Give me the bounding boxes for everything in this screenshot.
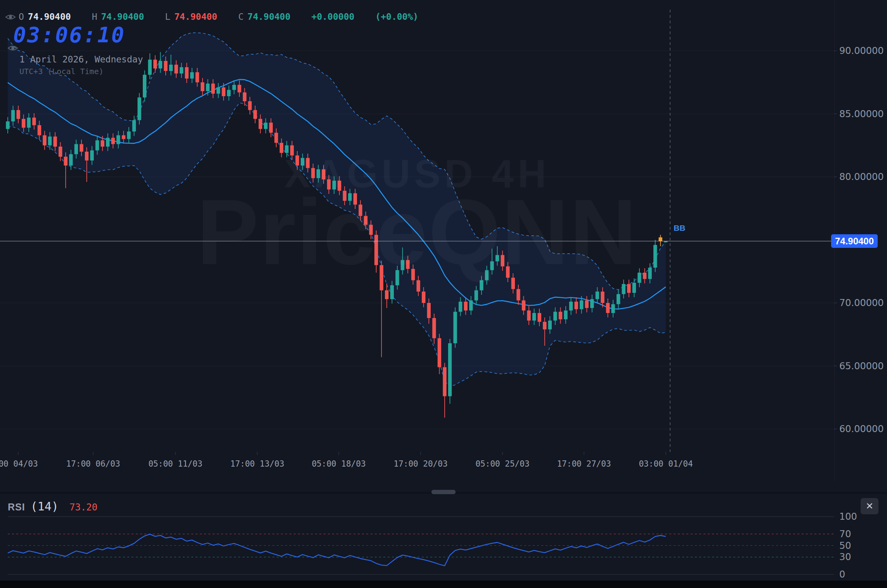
high-value: 74.90400 [101, 12, 144, 22]
candle-body [90, 150, 94, 161]
candle-body [248, 101, 251, 110]
candle-body [648, 268, 651, 279]
candle-body [143, 75, 146, 98]
candle-body [22, 119, 25, 128]
candle-body [643, 273, 646, 279]
rsi-title: RSI [8, 502, 25, 513]
candle-body [401, 260, 404, 270]
candle-body [327, 180, 331, 190]
candle-body [638, 273, 641, 283]
rsi-axis-label: 70 [839, 529, 851, 540]
time-axis-area[interactable] [0, 452, 834, 482]
candle-body [432, 318, 436, 338]
candle-body [343, 191, 346, 201]
candle-body [116, 135, 120, 144]
candle-body [427, 303, 431, 318]
candle-body [253, 110, 257, 119]
bar-countdown-clock: 03:06:10 [13, 22, 125, 47]
bollinger-bands [8, 33, 666, 386]
candle-body [227, 90, 230, 96]
candle-body [416, 280, 420, 292]
chart-canvas[interactable]: 90.0000085.0000080.0000070.0000065.00000… [0, 0, 887, 588]
change-value: +0.00000 [312, 12, 355, 22]
high-label: H [92, 12, 97, 22]
candle-body [222, 87, 225, 96]
pane-resize-handle[interactable] [431, 490, 456, 494]
candle-body [164, 61, 167, 71]
candle-body [448, 343, 452, 396]
candle-body [480, 280, 483, 291]
candle-body [338, 181, 341, 191]
candle-body [201, 82, 204, 91]
price-axis-area[interactable] [834, 0, 887, 481]
candle-body [280, 143, 283, 153]
candle-body [153, 60, 157, 69]
rsi-axis-label: 0 [839, 569, 845, 580]
candle-body [385, 291, 388, 299]
candle-body [306, 158, 310, 168]
candle-body [596, 292, 599, 299]
candle-body [485, 270, 489, 280]
candle-body [106, 138, 109, 147]
candle-body [95, 140, 99, 150]
candle-body [501, 255, 504, 266]
candle-body [127, 131, 130, 139]
candle-body [43, 135, 46, 145]
candle-body [27, 118, 31, 128]
rsi-plot: 1007050300 [8, 511, 857, 580]
candle-body [411, 269, 415, 280]
candle-body [611, 304, 615, 313]
candle-body [364, 216, 367, 225]
candle-body [48, 137, 52, 145]
rsi-period: (14) [31, 500, 59, 513]
open-group: O 74.90400 [19, 12, 71, 22]
candle-body [264, 123, 267, 129]
candle-body [627, 284, 631, 293]
candle-body [217, 87, 220, 93]
candle-body [548, 321, 552, 330]
candle-body [174, 65, 178, 74]
candle-body [32, 118, 36, 125]
candle-body [190, 72, 194, 78]
candle-body [374, 235, 378, 265]
candle-body [564, 311, 567, 320]
candle-body [353, 193, 357, 204]
candle-body [464, 302, 468, 311]
rsi-axis-label: 100 [839, 511, 857, 522]
candle-body [74, 144, 78, 154]
candle-body [395, 270, 399, 285]
candle-body [406, 260, 409, 269]
candle-body [85, 152, 88, 161]
candle-body [543, 322, 546, 330]
rsi-axis-label: 50 [839, 540, 851, 551]
candle-body [122, 135, 125, 139]
candle-body [295, 156, 299, 166]
candle-body [511, 278, 515, 289]
bollinger-fill [8, 33, 666, 386]
candle-body [590, 299, 594, 308]
candle-body [206, 84, 210, 92]
open-label: O [19, 12, 24, 22]
candle-body [559, 312, 562, 320]
candle-body [285, 145, 288, 153]
close-rsi-button[interactable]: ✕ [861, 498, 878, 514]
candle-body [469, 301, 473, 311]
candle-body [617, 294, 620, 304]
candle-body [317, 169, 320, 178]
candle-body [80, 144, 83, 152]
session-date: 1 April 2026, Wednesday [19, 54, 143, 64]
candle-body [622, 284, 625, 294]
candle-body [369, 225, 372, 235]
low-group: L 74.90400 [165, 12, 217, 22]
eye-icon[interactable] [5, 12, 16, 22]
candle-body [490, 261, 494, 270]
candle-body [553, 312, 557, 321]
candle-body [137, 97, 141, 120]
bollinger-band-label: BB [674, 223, 685, 233]
close-label: C [238, 12, 244, 22]
candle-body [11, 110, 15, 121]
candle-body [185, 67, 189, 78]
candle-body [574, 302, 578, 310]
candle-body [196, 72, 199, 82]
candle-body [69, 154, 73, 166]
